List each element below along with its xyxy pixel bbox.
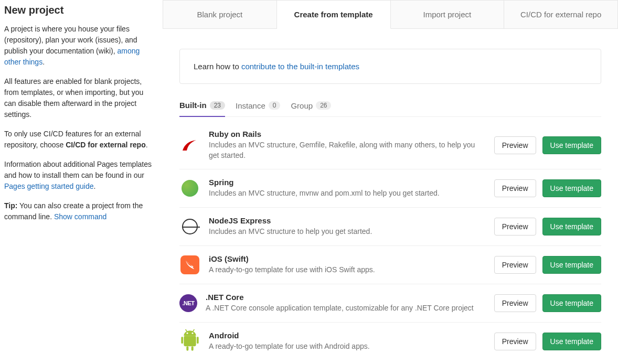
preview-button[interactable]: Preview [494,179,536,197]
svg-rect-0 [184,336,196,347]
preview-button[interactable]: Preview [494,136,536,154]
template-row: SpringIncludes an MVC structure, mvnw an… [179,169,601,208]
use-template-button[interactable]: Use template [542,179,601,197]
tab-import-project[interactable]: Import project [391,0,505,28]
sidebar-paragraph: To only use CI/CD features for an extern… [4,129,152,151]
preview-button[interactable]: Preview [494,256,536,274]
svg-rect-4 [191,347,194,351]
svg-point-6 [191,333,193,334]
svg-line-8 [193,329,194,331]
template-title: Spring [209,178,486,187]
sidebar-paragraph: Information about additional Pages templ… [4,159,152,192]
show-command-link[interactable]: Show command [54,212,106,221]
template-row: iOS (Swift)A ready-to-go template for us… [179,246,601,284]
page-title: New project [4,4,152,16]
template-description: A ready-to-go template for use with iOS … [209,265,486,275]
filter-tab-instance[interactable]: Instance 0 [236,101,280,116]
preview-button[interactable]: Preview [494,218,536,235]
pages-guide-link[interactable]: Pages getting started guide [4,182,93,190]
swift-icon [179,254,200,275]
contribute-info-box: Learn how to contribute to the built-in … [179,49,601,84]
template-description: A .NET Core console application template… [206,303,486,314]
template-row: NodeJS ExpressIncludes an MVC structure … [179,208,601,246]
android-icon [179,331,200,352]
template-scope-tabs: Built-in 23 Instance 0 Group 26 [179,101,601,117]
group-count-badge: 26 [316,101,331,110]
sidebar: New project A project is where you house… [0,0,163,364]
project-type-tabs: Blank project Create from template Impor… [163,0,618,29]
sidebar-paragraph: All features are enabled for blank proje… [4,76,152,120]
contribute-templates-link[interactable]: contribute to the built-in templates [241,62,359,71]
template-description: A ready-to-go template for use with Andr… [209,341,486,352]
template-description: Includes an MVC structure to help you ge… [209,227,486,237]
filter-tab-builtin[interactable]: Built-in 23 [179,101,225,117]
spring-icon [179,178,200,199]
template-title: .NET Core [206,293,486,302]
tab-create-from-template[interactable]: Create from template [277,0,391,29]
sidebar-paragraph: A project is where you house your files … [4,24,152,68]
template-row: .NET.NET CoreA .NET Core console applica… [179,284,601,323]
template-description: Includes an MVC structure, Gemfile, Rake… [209,140,486,160]
template-list: Ruby on RailsIncludes an MVC structure, … [179,121,601,360]
filter-tab-group[interactable]: Group 26 [291,101,331,116]
use-template-button[interactable]: Use template [542,218,601,235]
svg-rect-2 [197,337,199,344]
instance-count-badge: 0 [269,101,281,110]
use-template-button[interactable]: Use template [542,333,601,350]
main-panel: Blank project Create from template Impor… [163,0,618,364]
template-title: Android [209,331,486,340]
preview-button[interactable]: Preview [494,333,536,350]
template-description: Includes an MVC structure, mvnw and pom.… [209,188,486,199]
tab-blank-project[interactable]: Blank project [163,0,277,28]
preview-button[interactable]: Preview [494,294,536,312]
builtin-count-badge: 23 [210,101,225,110]
template-row: AndroidA ready-to-go template for use wi… [179,323,601,360]
svg-point-5 [187,333,188,334]
svg-rect-1 [181,337,183,344]
rails-icon [179,135,200,156]
sidebar-paragraph: Tip: You can also create a project from … [4,200,152,222]
template-title: iOS (Swift) [209,254,486,263]
svg-line-7 [186,329,187,331]
dotnet-icon: .NET [179,294,197,312]
nodejs-icon [179,216,200,237]
svg-rect-3 [186,347,188,351]
use-template-button[interactable]: Use template [542,256,601,274]
use-template-button[interactable]: Use template [542,136,601,154]
use-template-button[interactable]: Use template [542,294,601,312]
template-title: Ruby on Rails [209,130,486,138]
tab-cicd-external[interactable]: CI/CD for external repo [504,0,618,28]
template-title: NodeJS Express [209,216,486,225]
template-row: Ruby on RailsIncludes an MVC structure, … [179,121,601,169]
